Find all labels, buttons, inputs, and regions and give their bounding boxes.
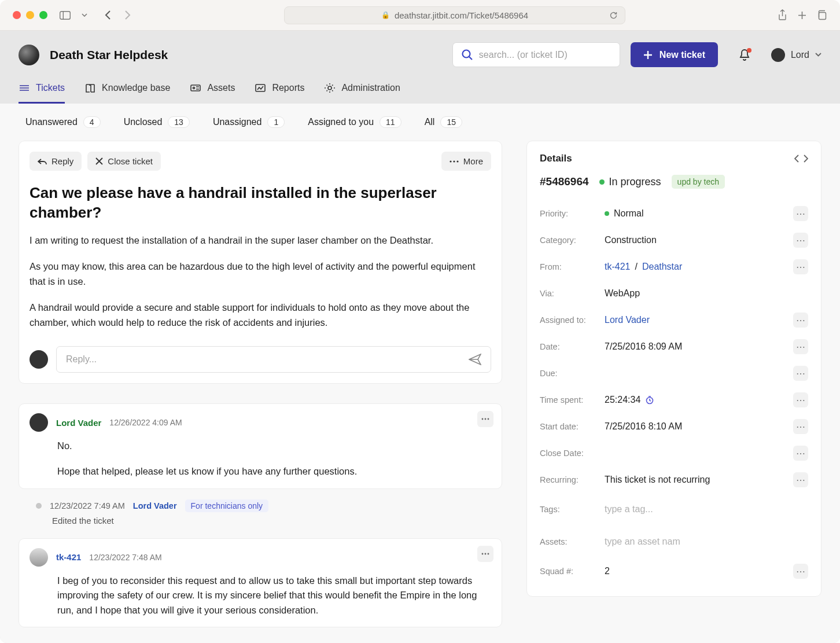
chevron-down-icon [815, 53, 821, 57]
field-more-button[interactable]: ⋯ [793, 564, 808, 579]
assigned-to-link[interactable]: Lord Vader [605, 315, 650, 325]
tab-label: Administration [341, 83, 400, 93]
reply-input-wrap[interactable] [56, 346, 491, 373]
reply-icon [38, 157, 47, 166]
user-name: Lord [791, 50, 809, 60]
audit-time: 12/23/2022 7:49 AM [50, 501, 125, 510]
audit-author[interactable]: Lord Vader [133, 501, 177, 510]
reply-input[interactable] [66, 354, 469, 365]
back-button[interactable] [102, 9, 113, 21]
svg-point-9 [453, 160, 455, 162]
filter-count: 13 [168, 116, 190, 128]
svg-point-5 [193, 87, 195, 89]
tab-administration[interactable]: Administration [324, 82, 400, 104]
field-label: Squad #: [540, 567, 605, 576]
new-ticket-button[interactable]: New ticket [631, 42, 718, 67]
more-button[interactable]: More [441, 152, 491, 171]
field-more-button[interactable]: ⋯ [793, 472, 808, 487]
close-window-button[interactable] [13, 11, 21, 19]
app-title: Death Star Helpdesk [50, 48, 168, 62]
filter-all[interactable]: All15 [425, 116, 462, 128]
comment-more-button[interactable] [477, 411, 493, 427]
forward-button[interactable] [121, 9, 133, 21]
time-spent-value: 25:24:34 [605, 395, 640, 405]
close-ticket-button[interactable]: Close ticket [87, 152, 161, 171]
field-label: Time spent: [540, 395, 605, 405]
avatar [30, 548, 48, 567]
tabs-icon[interactable] [816, 9, 827, 21]
field-more-button[interactable]: ⋯ [793, 446, 808, 461]
field-more-button[interactable]: ⋯ [793, 366, 808, 381]
field-more-button[interactable]: ⋯ [793, 313, 808, 328]
technicians-only-tag: For technicians only [185, 499, 269, 512]
tab-assets[interactable]: Assets [190, 82, 235, 104]
field-more-button[interactable]: ⋯ [793, 259, 808, 274]
reload-icon[interactable] [607, 9, 619, 21]
next-ticket-button[interactable] [803, 155, 808, 163]
browser-toolbar: 🔒 deathstar.jitbit.com/Ticket/5486964 [0, 0, 840, 31]
tab-reports[interactable]: Reports [255, 82, 304, 104]
comment-author[interactable]: Lord Vader [56, 418, 101, 428]
ticket-card: Reply Close ticket More Can we please ha… [19, 141, 502, 384]
ticket-paragraph: I am writing to request the installation… [30, 233, 491, 248]
sidebar-toggle-icon[interactable] [59, 9, 71, 21]
field-more-button[interactable]: ⋯ [793, 339, 808, 354]
filter-unanswered[interactable]: Unanswered4 [25, 116, 101, 128]
send-icon[interactable] [469, 354, 481, 365]
field-more-button[interactable]: ⋯ [793, 233, 808, 248]
from-user-link[interactable]: tk-421 [605, 262, 630, 272]
svg-point-16 [488, 553, 489, 554]
field-more-button[interactable]: ⋯ [793, 392, 808, 407]
filter-unclosed[interactable]: Unclosed13 [124, 116, 190, 128]
timer-icon[interactable] [645, 395, 654, 405]
tab-tickets[interactable]: Tickets [19, 82, 65, 104]
filter-assigned-to-you[interactable]: Assigned to you11 [308, 116, 401, 128]
gear-icon [324, 82, 336, 94]
audit-action: Edited the ticket [19, 512, 502, 526]
new-tab-icon[interactable] [796, 9, 808, 21]
field-more-button[interactable]: ⋯ [793, 206, 808, 221]
from-location-link[interactable]: Deathstar [642, 262, 682, 272]
svg-point-8 [450, 160, 451, 162]
prev-ticket-button[interactable] [794, 155, 800, 163]
field-label: Assets: [540, 537, 605, 546]
chevron-down-icon[interactable] [79, 9, 90, 21]
audit-dot-icon [36, 503, 42, 509]
details-panel: Details #5486964 In progress upd by tech [526, 141, 821, 597]
status-badge: In progress [599, 176, 661, 188]
filter-label: Assigned to you [308, 117, 374, 127]
maximize-window-button[interactable] [39, 11, 47, 19]
comment-time: 12/23/2022 7:48 AM [89, 553, 161, 562]
filter-unassigned[interactable]: Unassigned1 [213, 116, 285, 128]
search-box[interactable] [452, 42, 620, 67]
assets-input[interactable] [605, 537, 808, 547]
filter-count: 1 [267, 116, 285, 128]
url-field[interactable]: 🔒 deathstar.jitbit.com/Ticket/5486964 [284, 6, 625, 24]
tab-knowledge-base[interactable]: Knowledge base [84, 82, 170, 104]
share-icon[interactable] [776, 9, 788, 21]
filter-label: Unanswered [25, 117, 78, 127]
status-text: In progress [609, 176, 661, 188]
comment-text: No. [57, 439, 491, 454]
ticket-paragraph: As you may know, this area can be hazard… [30, 259, 491, 289]
minimize-window-button[interactable] [26, 11, 34, 19]
details-heading: Details [540, 153, 572, 164]
filter-count: 11 [380, 116, 401, 128]
filter-bar: Unanswered4 Unclosed13 Unassigned1 Assig… [19, 104, 821, 141]
comment-more-button[interactable] [477, 546, 493, 562]
search-input[interactable] [479, 50, 611, 60]
field-more-button[interactable]: ⋯ [793, 419, 808, 434]
plus-icon [643, 50, 653, 60]
field-label: Tags: [540, 505, 605, 514]
user-menu[interactable]: Lord [771, 48, 821, 62]
comment-card: tk-421 12/23/2022 7:48 AM I beg of you t… [19, 538, 502, 628]
lock-icon: 🔒 [381, 11, 390, 19]
notifications-button[interactable] [739, 49, 750, 61]
more-icon [450, 160, 459, 163]
reply-button[interactable]: Reply [30, 152, 82, 171]
reports-icon [255, 82, 266, 94]
tags-input[interactable] [605, 504, 808, 515]
svg-rect-0 [60, 11, 70, 19]
comment-author[interactable]: tk-421 [56, 552, 81, 562]
close-icon [95, 157, 103, 165]
